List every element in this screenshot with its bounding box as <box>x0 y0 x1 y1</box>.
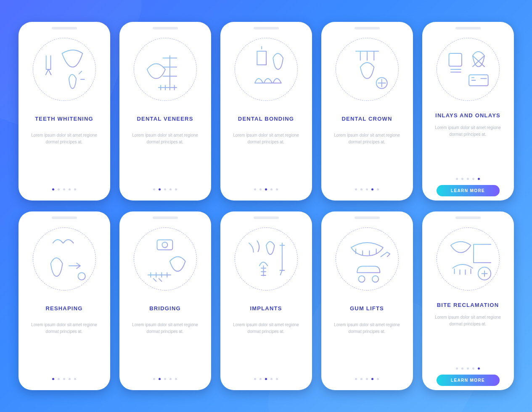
inlays-onlays-icon <box>426 34 510 104</box>
pagination-dot[interactable] <box>164 378 166 380</box>
pagination-dot[interactable] <box>169 188 172 190</box>
pagination-dots[interactable] <box>426 364 510 370</box>
pagination-dot[interactable] <box>461 178 463 180</box>
svg-point-6 <box>358 276 365 282</box>
pagination-dot[interactable] <box>276 378 278 380</box>
pagination-dot[interactable] <box>461 367 463 370</box>
pagination-dot[interactable] <box>259 188 262 190</box>
bridging-icon <box>124 224 207 293</box>
screen-title: BITE RECLAMATION <box>426 302 510 308</box>
screen-title: RESHAPING <box>23 305 106 312</box>
pagination-dot[interactable] <box>366 188 368 190</box>
pagination-dot[interactable] <box>360 378 363 380</box>
pagination-dot[interactable] <box>159 378 161 380</box>
svg-rect-4 <box>157 240 172 250</box>
pagination-dot[interactable] <box>371 188 373 190</box>
pagination-dots[interactable] <box>23 181 106 190</box>
pagination-dot[interactable] <box>355 188 357 190</box>
dental-veneers-icon <box>124 34 207 104</box>
pagination-dots[interactable] <box>426 174 510 180</box>
svg-point-5 <box>162 242 167 247</box>
bite-reclamation-icon <box>426 224 510 293</box>
screen-description: Lorem ipsum dolor sit amet regione dorma… <box>426 124 510 138</box>
phone-mockup: RESHAPINGLorem ipsum dolor sit amet regi… <box>19 211 110 390</box>
pagination-dot[interactable] <box>377 188 379 190</box>
screen-description: Lorem ipsum dolor sit amet regione dorma… <box>124 322 207 335</box>
pagination-dots[interactable] <box>225 370 308 380</box>
pagination-dot[interactable] <box>371 378 373 380</box>
pagination-dot[interactable] <box>175 378 177 380</box>
reshaping-icon <box>23 224 106 293</box>
pagination-dots[interactable] <box>225 181 308 190</box>
screen-title: TEETH WHITENING <box>23 116 106 122</box>
phone-mockup: BITE RECLAMATIONLorem ipsum dolor sit am… <box>422 211 514 390</box>
pagination-dots[interactable] <box>326 181 409 190</box>
screen-title: DENTAL CROWN <box>326 116 409 122</box>
pagination-dot[interactable] <box>164 188 166 190</box>
pagination-dot[interactable] <box>153 378 155 380</box>
screen-description: Lorem ipsum dolor sit amet regione dorma… <box>225 132 308 145</box>
pagination-dot[interactable] <box>159 188 161 190</box>
pagination-dots[interactable] <box>23 370 106 380</box>
pagination-dots[interactable] <box>124 181 207 190</box>
pagination-dot[interactable] <box>153 188 155 190</box>
pagination-dot[interactable] <box>52 188 54 190</box>
phone-notch <box>124 27 207 31</box>
phone-mockup: TEETH WHITENINGLorem ipsum dolor sit ame… <box>19 22 110 201</box>
pagination-dot[interactable] <box>467 367 469 370</box>
screen-description: Lorem ipsum dolor sit amet regione dorma… <box>326 132 409 145</box>
pagination-dot[interactable] <box>74 378 76 380</box>
pagination-dot[interactable] <box>175 188 177 190</box>
svg-point-3 <box>78 272 85 280</box>
pagination-dot[interactable] <box>69 378 71 380</box>
phone-notch <box>326 27 409 31</box>
pagination-dot[interactable] <box>63 378 65 380</box>
pagination-dot[interactable] <box>63 188 65 190</box>
pagination-dot[interactable] <box>467 178 469 180</box>
pagination-dot[interactable] <box>478 367 480 370</box>
learn-more-button[interactable]: LEARN MORE <box>437 185 500 196</box>
phone-grid: TEETH WHITENINGLorem ipsum dolor sit ame… <box>19 22 514 390</box>
dental-crown-icon <box>326 34 409 104</box>
phone-notch <box>23 27 106 31</box>
phone-mockup: DENTAL CROWNLorem ipsum dolor sit amet r… <box>321 22 413 201</box>
pagination-dot[interactable] <box>456 178 458 180</box>
pagination-dot[interactable] <box>265 378 267 380</box>
phone-mockup: IMPLANTSLorem ipsum dolor sit amet regio… <box>220 211 312 390</box>
pagination-dot[interactable] <box>472 367 474 370</box>
pagination-dot[interactable] <box>276 188 278 190</box>
learn-more-button[interactable]: LEARN MORE <box>437 375 500 386</box>
screen-title: INLAYS AND ONLAYS <box>426 112 510 119</box>
pagination-dot[interactable] <box>360 188 363 190</box>
pagination-dot[interactable] <box>58 378 60 380</box>
pagination-dot[interactable] <box>52 378 54 380</box>
pagination-dot[interactable] <box>74 188 76 190</box>
pagination-dots[interactable] <box>326 370 409 380</box>
pagination-dots[interactable] <box>124 370 207 380</box>
pagination-dot[interactable] <box>254 188 256 190</box>
pagination-dot[interactable] <box>355 378 357 380</box>
screen-description: Lorem ipsum dolor sit amet regione dorma… <box>225 322 308 335</box>
pagination-dot[interactable] <box>366 378 368 380</box>
svg-point-7 <box>372 276 378 282</box>
svg-rect-1 <box>449 53 461 66</box>
screen-description: Lorem ipsum dolor sit amet regione dorma… <box>23 322 106 335</box>
dental-bonding-icon <box>225 34 308 104</box>
phone-notch <box>225 217 308 221</box>
pagination-dot[interactable] <box>265 188 267 190</box>
pagination-dot[interactable] <box>456 367 458 370</box>
screen-title: IMPLANTS <box>225 305 308 312</box>
pagination-dot[interactable] <box>58 188 60 190</box>
screen-description: Lorem ipsum dolor sit amet regione dorma… <box>23 132 106 145</box>
pagination-dot[interactable] <box>169 378 172 380</box>
pagination-dot[interactable] <box>270 188 273 190</box>
pagination-dot[interactable] <box>259 378 262 380</box>
pagination-dot[interactable] <box>478 178 480 180</box>
pagination-dot[interactable] <box>270 378 273 380</box>
screen-title: GUM LIFTS <box>326 305 409 312</box>
pagination-dot[interactable] <box>69 188 71 190</box>
pagination-dot[interactable] <box>472 178 474 180</box>
phone-mockup: BRIDGINGLorem ipsum dolor sit amet regio… <box>119 211 211 390</box>
pagination-dot[interactable] <box>377 378 379 380</box>
pagination-dot[interactable] <box>254 378 256 380</box>
